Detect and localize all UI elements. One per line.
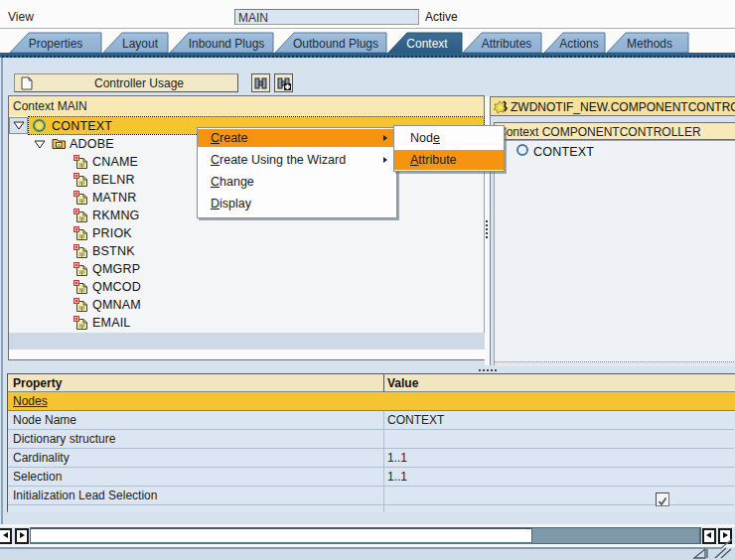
svg-text:Properties: Properties <box>29 37 83 51</box>
svg-text:Actions: Actions <box>559 37 598 51</box>
svg-text:Methods: Methods <box>627 37 672 51</box>
svg-text:Attributes: Attributes <box>482 37 532 51</box>
svg-text:Inbound Plugs: Inbound Plugs <box>189 37 265 51</box>
svg-text:Outbound Plugs: Outbound Plugs <box>293 37 378 51</box>
svg-text:Context: Context <box>406 37 448 51</box>
svg-text:Layout: Layout <box>122 37 159 51</box>
